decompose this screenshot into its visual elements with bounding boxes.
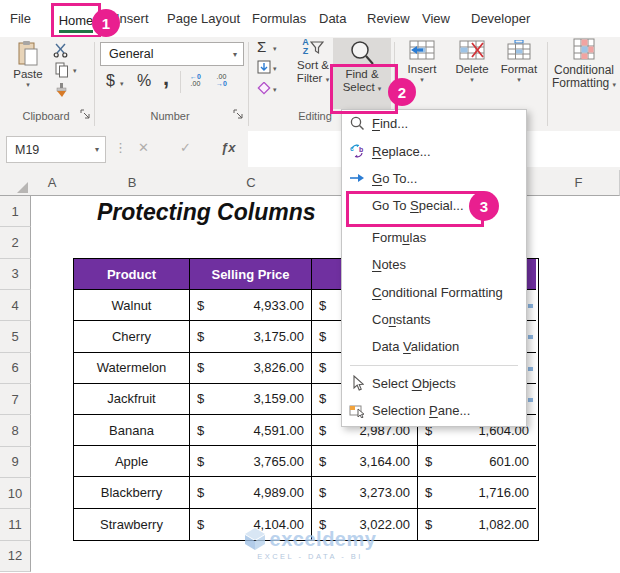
drag-handle-icon[interactable]: ⋮ bbox=[114, 140, 127, 155]
tab-review[interactable]: Review bbox=[367, 11, 410, 26]
number-group-label: Number bbox=[96, 110, 244, 122]
divider bbox=[180, 71, 181, 93]
product-cell[interactable]: Banana bbox=[74, 415, 190, 446]
product-cell[interactable]: Cherry bbox=[74, 321, 190, 352]
watermark: exceldemy EXCEL - DATA - BI bbox=[210, 527, 410, 561]
column-header-c[interactable]: C bbox=[190, 170, 313, 196]
selling-price-cell[interactable]: $4,989.00 bbox=[190, 477, 312, 508]
cursor-arrow-icon bbox=[342, 375, 372, 391]
column-header-a[interactable]: A bbox=[30, 170, 75, 196]
row-header-4[interactable]: 4 bbox=[0, 290, 31, 321]
delete-cells-button[interactable]: Delete ▾ bbox=[450, 40, 494, 83]
row-header-6[interactable]: 6 bbox=[0, 353, 31, 384]
row-header-9[interactable]: 9 bbox=[0, 447, 31, 478]
selling-price-cell[interactable]: $3,175.00 bbox=[190, 321, 312, 352]
column-header-b[interactable]: B bbox=[74, 170, 191, 196]
format-cells-button[interactable]: Format ▾ bbox=[497, 40, 541, 83]
row-header-12[interactable]: 12 bbox=[0, 541, 31, 572]
menu-item-replace[interactable]: b c Replace... bbox=[342, 137, 526, 164]
menu-item-selection-pane[interactable]: Selection Pane... bbox=[342, 397, 526, 424]
chevron-down-icon[interactable]: ▾ bbox=[273, 45, 277, 52]
find-select-menu: Find... b c Replace... Go To... bbox=[341, 109, 527, 427]
group-separator bbox=[547, 42, 548, 126]
table-header-selling-price[interactable]: Selling Price bbox=[190, 259, 312, 290]
profit-cell[interactable]: $1,082.00 bbox=[418, 509, 536, 540]
paste-button[interactable]: Paste ▾ bbox=[8, 40, 48, 88]
number-dialog-launcher[interactable] bbox=[233, 109, 244, 120]
cost-price-cell[interactable]: $3,164.00 bbox=[312, 446, 418, 477]
name-box[interactable]: M19 ▾ bbox=[6, 136, 106, 163]
go-to-arrow-icon bbox=[342, 172, 372, 184]
tab-page-layout[interactable]: Page Layout bbox=[167, 11, 240, 26]
decrease-decimal-button[interactable]: .00 →0 bbox=[216, 73, 227, 87]
chevron-down-icon[interactable]: ▾ bbox=[95, 145, 99, 154]
percent-style-button[interactable]: % bbox=[137, 72, 151, 90]
insert-cells-button[interactable]: Insert ▾ bbox=[400, 40, 444, 83]
selling-price-cell[interactable]: $4,591.00 bbox=[190, 415, 312, 446]
product-cell[interactable]: Walnut bbox=[74, 290, 190, 321]
row-header-8[interactable]: 8 bbox=[0, 415, 31, 446]
menu-item-formulas[interactable]: Formulas bbox=[342, 224, 526, 251]
chevron-down-icon[interactable]: ▾ bbox=[273, 86, 277, 93]
row-header-7[interactable]: 7 bbox=[0, 384, 31, 415]
tab-formulas[interactable]: Formulas bbox=[252, 11, 306, 26]
tab-view[interactable]: View bbox=[422, 11, 450, 26]
selling-price-cell[interactable]: $3,765.00 bbox=[190, 446, 312, 477]
eraser-icon bbox=[256, 82, 272, 96]
insert-function-button[interactable]: ƒx bbox=[221, 140, 235, 155]
selling-price-cell[interactable]: $3,826.00 bbox=[190, 353, 312, 384]
product-cell[interactable]: Blackberry bbox=[74, 477, 190, 508]
menu-item-data-validation[interactable]: Data Validation bbox=[342, 333, 526, 360]
product-cell[interactable]: Apple bbox=[74, 446, 190, 477]
row-header-5[interactable]: 5 bbox=[0, 321, 31, 352]
selling-price-cell[interactable]: $4,933.00 bbox=[190, 290, 312, 321]
menu-item-select-objects[interactable]: Select Objects bbox=[342, 370, 526, 397]
chevron-down-icon[interactable]: ▾ bbox=[273, 65, 277, 72]
select-all-corner[interactable] bbox=[0, 170, 31, 196]
cost-price-cell[interactable]: $3,273.00 bbox=[312, 477, 418, 508]
product-cell[interactable]: Watermelon bbox=[74, 353, 190, 384]
tab-file[interactable]: File bbox=[10, 11, 31, 26]
selling-price-cell[interactable]: $3,159.00 bbox=[190, 384, 312, 415]
conditional-formatting-button[interactable]: Conditional Formatting ▾ bbox=[550, 38, 618, 90]
enter-button[interactable]: ✓ bbox=[180, 140, 191, 155]
menu-item-conditional-formatting[interactable]: Conditional Formatting bbox=[342, 278, 526, 305]
product-cell[interactable]: Jackfruit bbox=[74, 384, 190, 415]
row-header-2[interactable]: 2 bbox=[0, 227, 31, 258]
tab-developer[interactable]: Developer bbox=[471, 11, 530, 26]
profit-cell[interactable]: $1,716.00 bbox=[418, 477, 536, 508]
number-format-select[interactable]: General ▾ bbox=[100, 42, 244, 66]
cancel-button[interactable]: ✕ bbox=[138, 140, 149, 155]
clear-button[interactable] bbox=[256, 82, 272, 96]
tab-insert[interactable]: Insert bbox=[116, 11, 149, 26]
comma-style-button[interactable]: , bbox=[163, 65, 169, 91]
menu-item-notes[interactable]: Notes bbox=[342, 251, 526, 278]
autosum-button[interactable]: Σ bbox=[257, 38, 266, 55]
ribbon-tab-bar: File Home Insert Page Layout Formulas Da… bbox=[0, 0, 620, 37]
fill-button[interactable] bbox=[257, 60, 271, 74]
product-cell[interactable]: Strawberry bbox=[74, 509, 190, 540]
chevron-down-icon[interactable]: ▾ bbox=[73, 67, 77, 74]
chevron-down-icon[interactable]: ▾ bbox=[120, 80, 124, 87]
format-painter-button[interactable] bbox=[53, 82, 69, 98]
chevron-down-icon: ▾ bbox=[613, 81, 617, 88]
menu-item-go-to[interactable]: Go To... bbox=[342, 165, 526, 192]
accounting-format-button[interactable]: $ bbox=[106, 72, 115, 90]
fill-down-icon bbox=[257, 60, 271, 74]
row-header-10[interactable]: 10 bbox=[0, 478, 31, 509]
row-header-3[interactable]: 3 bbox=[0, 259, 31, 290]
column-header-f[interactable]: F bbox=[538, 170, 620, 196]
cut-button[interactable] bbox=[53, 43, 68, 58]
tab-data[interactable]: Data bbox=[319, 11, 346, 26]
copy-button[interactable] bbox=[55, 62, 69, 78]
profit-cell[interactable]: $601.00 bbox=[418, 446, 536, 477]
tab-home[interactable]: Home bbox=[59, 13, 94, 28]
chevron-down-icon: ▾ bbox=[26, 81, 30, 88]
row-header-11[interactable]: 11 bbox=[0, 509, 31, 540]
menu-item-find[interactable]: Find... bbox=[342, 110, 526, 137]
row-header-1[interactable]: 1 bbox=[0, 196, 31, 227]
menu-item-constants[interactable]: Constants bbox=[342, 306, 526, 333]
increase-decimal-button[interactable]: ←0 .00 bbox=[190, 73, 201, 87]
clipboard-dialog-launcher[interactable] bbox=[80, 109, 91, 120]
table-header-product[interactable]: Product bbox=[74, 259, 190, 290]
